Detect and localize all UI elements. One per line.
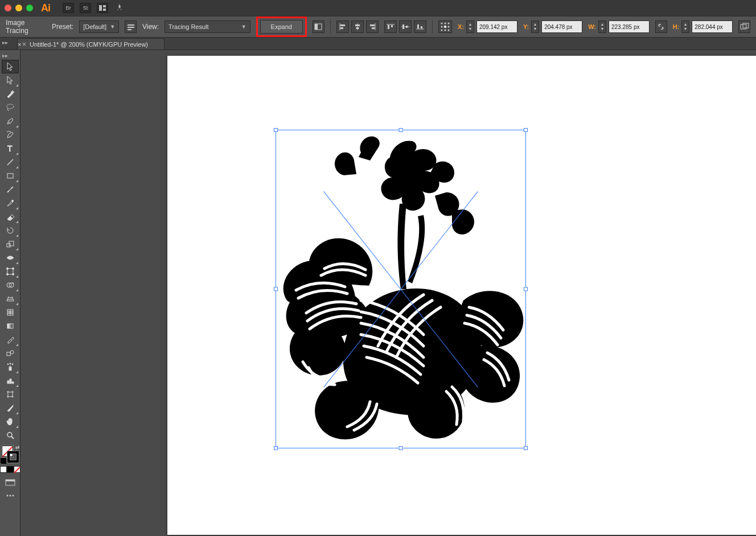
type-tool[interactable]: T	[2, 142, 19, 155]
svg-rect-10	[340, 27, 343, 29]
window-minimize-button[interactable]	[15, 5, 22, 11]
selection-handle[interactable]	[274, 128, 278, 132]
align-top-icon[interactable]	[384, 20, 397, 33]
window-close-button[interactable]	[5, 5, 11, 11]
toolbox-toggle-icon[interactable]: ▸▸	[2, 52, 8, 59]
align-right-icon[interactable]	[366, 20, 379, 33]
selection-bounding-box[interactable]	[276, 130, 526, 448]
free-transform-tool[interactable]	[2, 265, 19, 278]
scale-tool[interactable]	[2, 237, 19, 251]
reference-point-icon[interactable]	[438, 20, 452, 33]
transform-x-input[interactable]: 209.142 px	[476, 20, 517, 33]
pen-tool[interactable]	[2, 114, 19, 128]
svg-rect-2	[103, 9, 106, 11]
rotate-tool[interactable]	[2, 224, 19, 237]
transform-h-input[interactable]: 282.044 px	[692, 20, 733, 33]
svg-rect-40	[7, 174, 13, 178]
selection-handle[interactable]	[399, 128, 403, 132]
color-mode-none[interactable]	[14, 466, 20, 473]
canvas-area[interactable]	[20, 50, 756, 536]
y-nudge[interactable]	[531, 20, 539, 33]
line-segment-tool[interactable]	[2, 155, 19, 169]
separator	[330, 20, 331, 34]
transform-panel-icon[interactable]	[738, 20, 750, 33]
selection-handle[interactable]	[399, 446, 403, 450]
align-bottom-icon[interactable]	[414, 20, 426, 33]
x-nudge[interactable]	[466, 20, 474, 33]
edit-toolbar-icon[interactable]	[3, 490, 17, 501]
blend-tool[interactable]	[2, 347, 19, 360]
transform-w-input[interactable]: 223.285 px	[609, 20, 650, 33]
align-hcenter-icon[interactable]	[351, 20, 364, 33]
curvature-tool[interactable]	[2, 128, 19, 142]
slice-tool[interactable]	[2, 401, 19, 415]
svg-rect-22	[406, 26, 408, 28]
close-tab-icon[interactable]: ×	[22, 40, 26, 48]
rectangle-tool[interactable]	[2, 169, 19, 183]
artboard	[167, 56, 756, 535]
align-left-icon[interactable]	[336, 20, 349, 33]
lasso-tool[interactable]	[2, 101, 19, 114]
stroke-swatch[interactable]	[7, 451, 19, 463]
view-dropdown[interactable]: Tracing Result ▼	[165, 20, 250, 33]
gpu-rocket-icon[interactable]	[114, 3, 125, 13]
selection-handle[interactable]	[524, 128, 528, 132]
svg-point-68	[9, 495, 11, 497]
document-tab[interactable]: × Untitled-1* @ 200% (CMYK/GPU Preview)	[17, 38, 165, 50]
expand-button[interactable]: Expand	[260, 20, 303, 34]
preset-dropdown[interactable]: [Default] ▼	[79, 20, 119, 33]
tracing-panel-icon[interactable]	[313, 20, 324, 33]
svg-point-67	[6, 495, 8, 497]
window-maximize-button[interactable]	[26, 5, 33, 11]
zoom-tool[interactable]	[2, 428, 19, 442]
hand-tool[interactable]	[2, 415, 19, 428]
control-bar: Image Tracing Preset: [Default] ▼ View: …	[0, 16, 756, 38]
transform-y-input[interactable]: 204.478 px	[541, 20, 582, 33]
color-mode-solid[interactable]	[0, 466, 7, 473]
direct-selection-tool[interactable]	[2, 73, 19, 87]
selection-handle[interactable]	[274, 287, 278, 291]
workspace: ▸▸ T ⇄	[0, 50, 756, 536]
constrain-proportions-icon[interactable]	[655, 20, 667, 33]
svg-point-69	[12, 495, 14, 497]
shape-builder-tool[interactable]	[2, 278, 19, 292]
h-nudge[interactable]	[681, 20, 689, 33]
selection-tool[interactable]	[2, 60, 19, 73]
svg-rect-24	[417, 24, 419, 28]
eyedropper-tool[interactable]	[2, 333, 19, 347]
tabbar-toggle-icon[interactable]: ▸▸	[2, 39, 8, 46]
shaper-tool[interactable]	[2, 196, 19, 210]
transform-h-value: 282.044 px	[695, 24, 723, 30]
selection-handle[interactable]	[524, 287, 528, 291]
artboard-tool[interactable]	[2, 387, 19, 401]
align-vcenter-icon[interactable]	[399, 20, 412, 33]
color-mode-gradient[interactable]	[7, 466, 14, 473]
bridge-icon[interactable]: Br	[63, 3, 74, 13]
paintbrush-tool[interactable]	[2, 183, 19, 196]
width-tool[interactable]	[2, 251, 19, 265]
column-graph-tool[interactable]	[2, 374, 19, 387]
mesh-tool[interactable]	[2, 306, 19, 319]
svg-rect-1	[103, 5, 106, 7]
stock-icon[interactable]: St	[80, 3, 91, 13]
svg-rect-4	[128, 27, 134, 28]
swap-fill-stroke-icon[interactable]: ⇄	[15, 444, 20, 450]
selection-handle[interactable]	[274, 446, 278, 450]
svg-text:T: T	[7, 144, 13, 153]
symbol-sprayer-tool[interactable]	[2, 360, 19, 374]
fill-stroke-indicator[interactable]: ⇄	[2, 446, 19, 463]
magic-wand-tool[interactable]	[2, 87, 19, 101]
eraser-tool[interactable]	[2, 210, 19, 224]
svg-rect-16	[372, 27, 375, 29]
gradient-tool[interactable]	[2, 319, 19, 333]
w-nudge[interactable]	[598, 20, 606, 33]
screen-mode-icon[interactable]	[3, 477, 17, 489]
arrange-documents-icon[interactable]	[97, 3, 108, 13]
perspective-grid-tool[interactable]	[2, 292, 19, 306]
svg-rect-21	[402, 24, 404, 29]
transform-y-label: Y:	[523, 23, 529, 30]
selection-handle[interactable]	[524, 446, 528, 450]
default-fill-stroke-icon[interactable]	[1, 458, 6, 464]
toolbox: ▸▸ T ⇄	[0, 50, 20, 536]
preset-options-icon[interactable]	[125, 20, 137, 33]
